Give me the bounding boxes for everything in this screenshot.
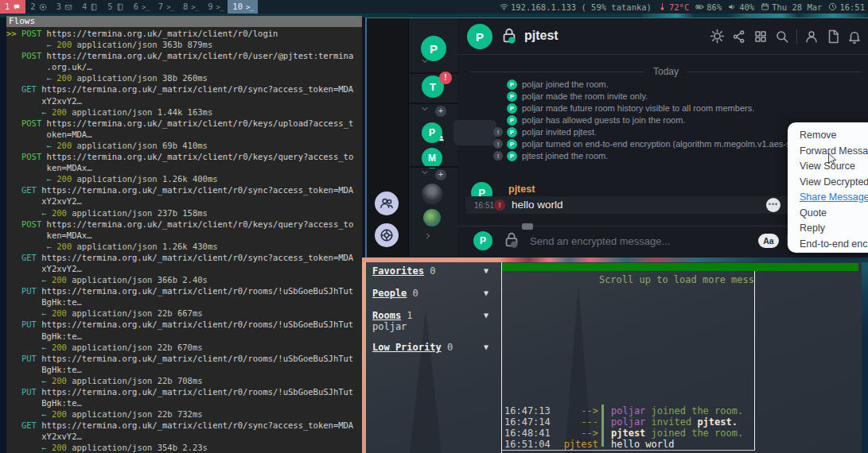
browser-icon (39, 3, 47, 11)
flow-response-line: ← 200 application/json 354b 2.23s (6, 442, 362, 453)
sidebar-section-favorites[interactable]: Favorites 0 (372, 265, 435, 277)
flow-text: application/json 22b 708ms (67, 376, 203, 385)
groups-button[interactable] (375, 192, 399, 215)
message-input[interactable]: Send an encrypted message... (530, 235, 670, 247)
apps-grid-icon[interactable] (753, 29, 768, 44)
chevron-down-icon[interactable] (420, 104, 430, 114)
flow-list: >> POST https://termina.org.uk/_matrix/c… (6, 27, 362, 453)
flow-row[interactable]: GET https://termina.org.uk/_matrix/clien… (6, 184, 362, 218)
room-avatar-tower[interactable] (422, 184, 442, 204)
flow-row[interactable]: PUT https://termina.org.uk/_matrix/clien… (6, 353, 362, 386)
files-icon[interactable] (826, 29, 840, 44)
members-icon[interactable] (804, 29, 819, 44)
workspace-7[interactable]: 7>_ (154, 0, 178, 14)
status-text: 72°C (669, 2, 689, 12)
workspace-number: 6 (134, 0, 138, 14)
message-timestamp: 16:51 (474, 201, 494, 210)
workspace-4[interactable]: 4 (77, 0, 103, 14)
add-room-button[interactable]: + (435, 106, 446, 117)
flow-row[interactable]: POST https://termina.org.uk/_matrix/clie… (6, 50, 362, 83)
workspace-2[interactable]: 2 (25, 0, 51, 14)
flow-text: xY2xvY2… (6, 264, 82, 273)
flow-row[interactable]: GET https://termina.org.uk/_matrix/clien… (6, 252, 362, 285)
chat-timestamp: 16:51:04 (504, 439, 551, 450)
menu-item-quote[interactable]: Quote (788, 206, 868, 222)
terminal-icon: >_ (216, 3, 223, 11)
workspace-10[interactable]: 10>_ (228, 0, 258, 14)
wallpaper-tree-silhouette (410, 310, 442, 453)
status-text: 86% (706, 2, 722, 12)
flow-url-continuation: BgHk:te… (6, 397, 362, 408)
message-options-button[interactable]: ••• (766, 198, 780, 212)
flow-row[interactable]: >> POST https://termina.org.uk/_matrix/c… (6, 28, 362, 50)
flow-row[interactable]: GET https://termina.org.uk/_matrix/clien… (6, 83, 362, 117)
flow-text (6, 118, 21, 128)
section-name: Favorites (372, 265, 424, 277)
wallpaper-strip-right (862, 262, 868, 453)
flow-text: 200 (52, 376, 67, 385)
room-avatar-earth[interactable] (423, 209, 441, 226)
flow-text (6, 376, 41, 385)
selected-room-highlight[interactable] (453, 120, 496, 145)
menu-item-end-to-end-encry[interactable]: End-to-end encry (788, 237, 868, 253)
flow-response-line: ← 200 application/json 22b 732ms (6, 408, 362, 420)
chevron-down-icon[interactable] (420, 168, 430, 177)
menu-item-remove[interactable]: Remove (788, 128, 868, 144)
rail-divider (409, 103, 458, 104)
menu-item-share-message[interactable]: Share Message (788, 190, 868, 206)
workspace-1[interactable]: 1 (0, 0, 25, 14)
add-room-button[interactable]: + (435, 169, 446, 180)
room-avatar[interactable]: P (467, 24, 492, 49)
timeline-event: Ppoljar has allowed guests to join the r… (507, 114, 685, 126)
flow-row[interactable]: PUT https://termina.org.uk/_matrix/clien… (6, 285, 362, 319)
chat-message-segment: poljar (611, 405, 652, 416)
status-text: Thu 28 Mar (772, 2, 822, 12)
flow-response-line: ← 200 application/json 22b 670ms (6, 342, 362, 353)
menu-item-view-decrypted-s[interactable]: View Decrypted S (788, 175, 868, 191)
sidebar-section-rooms[interactable]: Rooms 1 (372, 310, 413, 321)
menu-item-reply[interactable]: Reply (788, 221, 868, 237)
section-collapse-triangle: ▼ (484, 311, 488, 319)
flow-text: BgHk:te… (6, 297, 82, 307)
flow-text: 200 (52, 208, 67, 218)
avatar-letter: P (480, 235, 486, 246)
flow-row[interactable]: POST https://termina.org.uk/_matrix/clie… (6, 118, 362, 151)
explore-button[interactable] (375, 223, 399, 247)
flow-response-line: ← 200 application/json 38b 260ms (6, 72, 362, 83)
share-icon[interactable] (732, 29, 746, 44)
flow-row[interactable]: PUT https://termina.org.uk/_matrix/clien… (6, 319, 362, 352)
message-text: hello world (512, 199, 563, 211)
search-icon[interactable] (775, 29, 789, 44)
unverified-warning-icon: ! (493, 127, 503, 137)
workspace-5[interactable]: 5 (103, 0, 128, 14)
flow-text: ← (41, 343, 52, 352)
workspace-6[interactable]: 6>_ (129, 0, 154, 14)
mail-icon (64, 3, 72, 11)
sidebar-section-low-priority[interactable]: Low Priority 0 (372, 342, 453, 353)
flow-row[interactable]: PUT https://termina.org.uk/_matrix/clien… (6, 386, 362, 420)
workspace-9[interactable]: 9>_ (203, 0, 228, 14)
avatar-letter: P (429, 127, 435, 138)
chevron-right-icon[interactable] (423, 231, 433, 241)
notifications-icon[interactable] (847, 29, 862, 44)
event-avatar: P (507, 79, 517, 90)
message-row[interactable]: 16:51 ! hello world ••• (465, 196, 796, 214)
room-list-item-poljar[interactable]: poljar (372, 321, 407, 332)
workspace-3[interactable]: 3 (52, 0, 77, 14)
chat-message-segment: pjtest. (697, 416, 738, 428)
chevron-down-icon[interactable] (420, 56, 430, 66)
flow-text: application/json 1.26k 430ms (72, 242, 217, 251)
flow-response-line: ← 200 application/json 22b 667ms (6, 308, 362, 319)
section-collapse-triangle: ▼ (484, 288, 488, 297)
flow-row[interactable]: POST https://termina.org.uk/_matrix/clie… (6, 151, 362, 184)
formatting-button[interactable]: Aa (758, 234, 779, 248)
workspace-8[interactable]: 8>_ (178, 0, 203, 14)
mouse-cursor (827, 153, 839, 168)
flow-row[interactable]: POST https://termina.org.uk/_matrix/clie… (6, 219, 362, 252)
flow-url-continuation: BgHk:te… (6, 364, 362, 375)
desktop: 123456>_7>_8>_9>_10>_ 192.168.1.133 ( 59… (0, 0, 868, 453)
sidebar-section-people[interactable]: People 0 (372, 288, 418, 299)
settings-icon[interactable] (710, 29, 725, 44)
flow-text: GET (21, 420, 37, 430)
flow-row[interactable]: GET https://termina.org.uk/_matrix/clien… (6, 420, 362, 453)
